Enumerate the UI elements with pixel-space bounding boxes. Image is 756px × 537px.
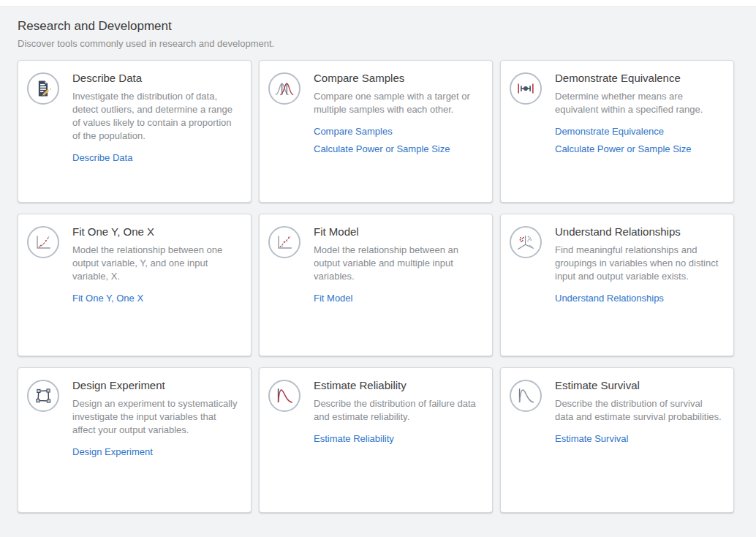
card-description: Investigate the distribution of data, de…: [72, 90, 239, 143]
link-fit-model[interactable]: Fit Model: [314, 293, 480, 304]
link-understand-relationships[interactable]: Understand Relationships: [555, 293, 722, 304]
card-compare-samples: Compare Samples Compare one sample with …: [259, 60, 493, 203]
card-title: Design Experiment: [72, 378, 239, 393]
failure-distribution-icon: [268, 380, 300, 412]
card-description: Determine whether means are equivalent w…: [555, 90, 722, 116]
card-content: Compare Samples Compare one sample with …: [314, 71, 480, 154]
card-links: Compare SamplesCalculate Power or Sample…: [314, 127, 480, 154]
page-title: Research and Development: [18, 18, 734, 34]
scatter-curve-icon: [27, 226, 59, 258]
document-pencil-icon: [27, 72, 59, 105]
overlaid-distributions-icon: [268, 72, 300, 105]
card-links: Estimate Reliability: [314, 434, 480, 444]
card-description: Describe the distribution of survival da…: [555, 397, 722, 424]
link-compare-samples[interactable]: Compare Samples: [314, 127, 480, 137]
card-title: Understand Relationships: [555, 225, 722, 239]
scatter-line-icon: [268, 226, 300, 258]
card-links: Design Experiment: [72, 447, 239, 457]
card-title: Fit One Y, One X: [72, 225, 239, 239]
page-header: Research and Development Discover tools …: [18, 18, 734, 50]
card-fit-one-y-one-x: Fit One Y, One X Model the relationship …: [18, 214, 252, 356]
card-links: Estimate Survival: [555, 434, 722, 444]
top-divider: [0, 0, 756, 7]
card-title: Demonstrate Equivalence: [555, 71, 722, 86]
card-content: Describe Data Investigate the distributi…: [72, 71, 239, 163]
card-demonstrate-equivalence: Demonstrate Equivalence Determine whethe…: [500, 60, 734, 203]
card-fit-model: Fit Model Model the relationship between…: [259, 214, 493, 356]
design-space-icon: [27, 380, 59, 412]
card-understand-relationships: Understand Relationships Find meaningful…: [500, 214, 734, 356]
card-title: Fit Model: [314, 225, 480, 239]
card-title: Estimate Survival: [555, 378, 722, 393]
research-and-development-page: Research and Development Discover tools …: [0, 18, 756, 513]
link-demonstrate-equivalence[interactable]: Demonstrate Equivalence: [555, 127, 722, 137]
link-calculate-power-or-sample-size[interactable]: Calculate Power or Sample Size: [555, 144, 722, 154]
card-description: Model the relationship between one outpu…: [72, 244, 239, 283]
link-describe-data[interactable]: Describe Data: [72, 153, 239, 163]
card-links: Fit Model: [314, 293, 480, 304]
link-fit-one-y-one-x[interactable]: Fit One Y, One X: [72, 293, 239, 304]
card-describe-data: Describe Data Investigate the distributi…: [18, 60, 252, 203]
card-content: Demonstrate Equivalence Determine whethe…: [555, 71, 722, 154]
card-content: Fit One Y, One X Model the relationship …: [72, 225, 239, 304]
card-title: Compare Samples: [314, 71, 480, 86]
cards-grid: Describe Data Investigate the distributi…: [18, 60, 734, 513]
card-title: Describe Data: [72, 71, 239, 86]
survival-distribution-icon: [510, 380, 542, 412]
card-description: Find meaningful relationships and groupi…: [555, 244, 722, 283]
page-subtitle: Discover tools commonly used in research…: [18, 38, 734, 50]
card-content: Understand Relationships Find meaningful…: [555, 225, 722, 304]
link-design-experiment[interactable]: Design Experiment: [72, 447, 239, 457]
link-estimate-reliability[interactable]: Estimate Reliability: [314, 434, 480, 444]
card-description: Describe the distribution of failure dat…: [314, 397, 480, 424]
equivalence-interval-icon: [510, 72, 542, 105]
card-description: Design an experiment to systematically i…: [72, 397, 239, 437]
card-content: Fit Model Model the relationship between…: [314, 225, 480, 304]
card-design-experiment: Design Experiment Design an experiment t…: [18, 367, 252, 513]
card-description: Compare one sample with a target or mult…: [314, 90, 480, 116]
card-links: Fit One Y, One X: [72, 293, 239, 304]
card-links: Understand Relationships: [555, 293, 722, 304]
card-links: Describe Data: [72, 153, 239, 163]
link-calculate-power-or-sample-size[interactable]: Calculate Power or Sample Size: [314, 144, 480, 154]
card-content: Estimate Reliability Describe the distri…: [314, 378, 480, 444]
card-content: Estimate Survival Describe the distribut…: [555, 378, 722, 444]
card-estimate-reliability: Estimate Reliability Describe the distri…: [259, 367, 493, 513]
link-estimate-survival[interactable]: Estimate Survival: [555, 434, 722, 444]
3d-scatter-icon: [510, 226, 542, 258]
card-title: Estimate Reliability: [314, 378, 480, 393]
card-content: Design Experiment Design an experiment t…: [72, 378, 239, 457]
card-estimate-survival: Estimate Survival Describe the distribut…: [500, 367, 734, 513]
card-description: Model the relationship between an output…: [314, 244, 480, 283]
card-links: Demonstrate EquivalenceCalculate Power o…: [555, 127, 722, 154]
